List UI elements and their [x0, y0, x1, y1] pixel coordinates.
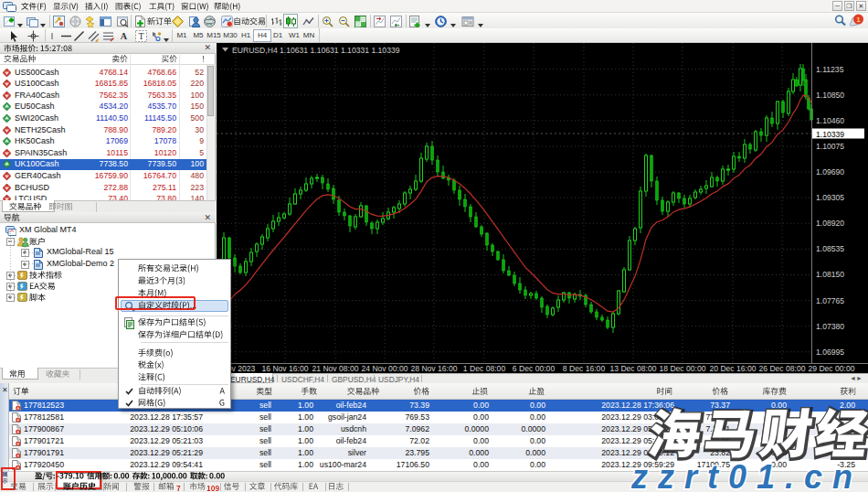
svg-text:28 Nov 16:00: 28 Nov 16:00	[410, 364, 457, 373]
svg-text:1.08150: 1.08150	[816, 270, 844, 279]
svg-text:T: T	[139, 31, 144, 41]
svg-text:EURUSD,H4 1.10631 1.10631 1.1: EURUSD,H4 1.10631 1.10631 1.10331 1.1033…	[232, 46, 400, 55]
svg-text:26 Dec 08:00: 26 Dec 08:00	[758, 364, 805, 373]
svg-text:1.07765: 1.07765	[816, 296, 844, 305]
svg-text:1.08535: 1.08535	[816, 244, 844, 253]
svg-text:20 Dec 16:00: 20 Dec 16:00	[709, 364, 756, 373]
svg-text:24 Nov 00:00: 24 Nov 00:00	[361, 364, 408, 373]
svg-text:1.09305: 1.09305	[816, 193, 844, 202]
svg-text:1.11235: 1.11235	[816, 65, 844, 74]
svg-text:1.07380: 1.07380	[816, 322, 844, 331]
svg-text:1.10460: 1.10460	[816, 116, 844, 125]
svg-text:29 Dec 00:00: 29 Dec 00:00	[808, 364, 854, 373]
svg-text:1.10075: 1.10075	[816, 142, 844, 151]
svg-text:1.10339: 1.10339	[816, 130, 844, 139]
svg-text:18 Dec 00:00: 18 Dec 00:00	[659, 364, 705, 373]
svg-text:21 Nov 08:00: 21 Nov 08:00	[312, 364, 358, 373]
svg-text:16 Nov 16:00: 16 Nov 16:00	[261, 364, 308, 373]
svg-text:1.09690: 1.09690	[816, 167, 844, 176]
svg-text:1.06995: 1.06995	[816, 348, 844, 357]
svg-text:1.08920: 1.08920	[816, 219, 844, 228]
svg-text:1.10850: 1.10850	[816, 91, 844, 100]
svg-text:13 Dec 08:00: 13 Dec 08:00	[609, 364, 656, 373]
svg-text:A: A	[121, 31, 128, 41]
svg-text:1 Dec 08:00: 1 Dec 08:00	[463, 364, 506, 373]
svg-text:1: 1	[856, 16, 861, 24]
svg-text:6 Dec 00:00: 6 Dec 00:00	[513, 364, 556, 373]
svg-text:8 Dec 16:00: 8 Dec 16:00	[563, 364, 606, 373]
